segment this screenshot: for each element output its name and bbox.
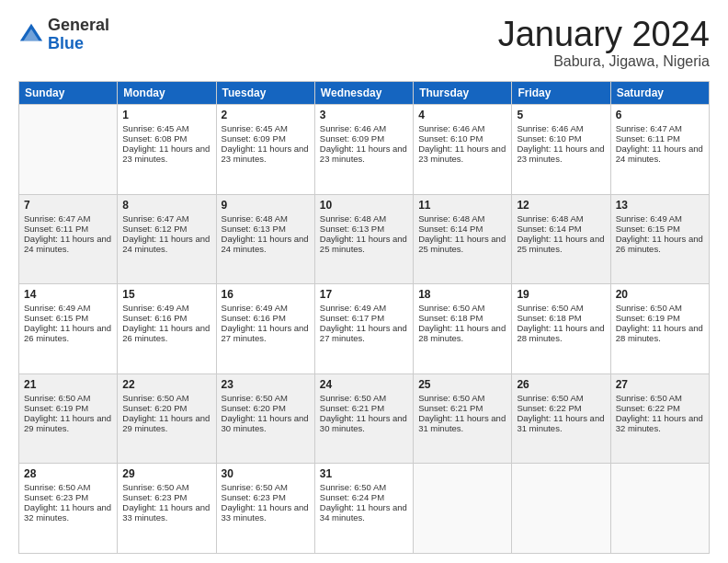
day-number: 12 (517, 199, 605, 212)
calendar-cell: 20Sunrise: 6:50 AMSunset: 6:19 PMDayligh… (610, 284, 709, 374)
daylight-text: Daylight: 11 hours and 31 minutes. (418, 413, 506, 433)
calendar-cell: 26Sunrise: 6:50 AMSunset: 6:22 PMDayligh… (512, 373, 610, 464)
col-header-wednesday: Wednesday (314, 82, 413, 105)
sunrise-text: Sunrise: 6:48 AM (222, 213, 310, 224)
daylight-text: Daylight: 11 hours and 31 minutes. (517, 413, 605, 433)
day-number: 31 (320, 467, 408, 480)
day-number: 17 (320, 288, 408, 301)
page: General Blue January 2024 Babura, Jigawa… (0, 0, 728, 563)
calendar-cell (19, 105, 118, 195)
calendar-cell: 11Sunrise: 6:48 AMSunset: 6:14 PMDayligh… (414, 194, 512, 284)
daylight-text: Daylight: 11 hours and 32 minutes. (616, 413, 704, 433)
daylight-text: Daylight: 11 hours and 28 minutes. (517, 323, 605, 343)
daylight-text: Daylight: 11 hours and 26 minutes. (122, 323, 210, 343)
sunset-text: Sunset: 6:20 PM (222, 403, 310, 413)
day-number: 8 (122, 199, 210, 212)
day-number: 16 (222, 288, 310, 301)
sunrise-text: Sunrise: 6:48 AM (320, 213, 408, 224)
sunrise-text: Sunrise: 6:50 AM (24, 393, 112, 403)
calendar-cell: 14Sunrise: 6:49 AMSunset: 6:15 PMDayligh… (19, 284, 118, 374)
daylight-text: Daylight: 11 hours and 26 minutes. (24, 323, 112, 343)
daylight-text: Daylight: 11 hours and 25 minutes. (517, 234, 605, 254)
sunrise-text: Sunrise: 6:47 AM (24, 213, 112, 224)
sunrise-text: Sunrise: 6:50 AM (418, 393, 506, 403)
day-number: 11 (418, 199, 506, 212)
calendar-cell: 6Sunrise: 6:47 AMSunset: 6:11 PMDaylight… (610, 105, 709, 195)
calendar-cell: 29Sunrise: 6:50 AMSunset: 6:23 PMDayligh… (118, 464, 216, 554)
calendar-cell: 18Sunrise: 6:50 AMSunset: 6:18 PMDayligh… (414, 284, 512, 374)
calendar-cell: 5Sunrise: 6:46 AMSunset: 6:10 PMDaylight… (512, 105, 610, 195)
sunrise-text: Sunrise: 6:49 AM (24, 303, 112, 313)
sunrise-text: Sunrise: 6:49 AM (616, 213, 704, 224)
sunset-text: Sunset: 6:16 PM (222, 313, 310, 323)
logo: General Blue (18, 17, 109, 53)
sunrise-text: Sunrise: 6:46 AM (418, 123, 506, 133)
sunrise-text: Sunrise: 6:47 AM (122, 213, 210, 224)
day-number: 5 (517, 109, 605, 121)
day-number: 1 (122, 109, 210, 121)
calendar-cell (414, 464, 512, 554)
calendar-cell (610, 464, 709, 554)
sunrise-text: Sunrise: 6:49 AM (222, 303, 310, 313)
calendar-cell: 25Sunrise: 6:50 AMSunset: 6:21 PMDayligh… (414, 373, 512, 464)
day-number: 21 (24, 378, 112, 391)
sunset-text: Sunset: 6:23 PM (24, 492, 112, 502)
location: Babura, Jigawa, Nigeria (498, 53, 710, 70)
sunrise-text: Sunrise: 6:50 AM (517, 393, 605, 403)
sunrise-text: Sunrise: 6:49 AM (320, 303, 408, 313)
calendar-cell: 24Sunrise: 6:50 AMSunset: 6:21 PMDayligh… (314, 373, 413, 464)
calendar-cell: 1Sunrise: 6:45 AMSunset: 6:08 PMDaylight… (118, 105, 216, 195)
sunrise-text: Sunrise: 6:50 AM (320, 482, 408, 492)
calendar-cell: 10Sunrise: 6:48 AMSunset: 6:13 PMDayligh… (314, 194, 413, 284)
sunset-text: Sunset: 6:11 PM (24, 224, 112, 234)
daylight-text: Daylight: 11 hours and 28 minutes. (616, 323, 704, 343)
day-number: 26 (517, 378, 605, 391)
sunset-text: Sunset: 6:23 PM (122, 492, 210, 502)
col-header-saturday: Saturday (610, 82, 709, 105)
sunset-text: Sunset: 6:14 PM (517, 224, 605, 234)
daylight-text: Daylight: 11 hours and 27 minutes. (222, 323, 310, 343)
day-number: 3 (320, 109, 408, 121)
sunset-text: Sunset: 6:22 PM (616, 403, 704, 413)
sunset-text: Sunset: 6:10 PM (418, 133, 506, 144)
sunset-text: Sunset: 6:21 PM (418, 403, 506, 413)
calendar-cell: 8Sunrise: 6:47 AMSunset: 6:12 PMDaylight… (118, 194, 216, 284)
sunrise-text: Sunrise: 6:45 AM (122, 123, 210, 133)
calendar-week-row: 21Sunrise: 6:50 AMSunset: 6:19 PMDayligh… (19, 373, 710, 464)
day-number: 22 (122, 378, 210, 391)
sunset-text: Sunset: 6:09 PM (222, 133, 310, 144)
sunset-text: Sunset: 6:19 PM (616, 313, 704, 323)
sunrise-text: Sunrise: 6:49 AM (122, 303, 210, 313)
sunset-text: Sunset: 6:20 PM (122, 403, 210, 413)
sunrise-text: Sunrise: 6:50 AM (517, 303, 605, 313)
calendar-cell: 7Sunrise: 6:47 AMSunset: 6:11 PMDaylight… (19, 194, 118, 284)
title-block: January 2024 Babura, Jigawa, Nigeria (498, 17, 710, 70)
sunset-text: Sunset: 6:13 PM (222, 224, 310, 234)
calendar-header-row: SundayMondayTuesdayWednesdayThursdayFrid… (19, 82, 710, 105)
day-number: 27 (616, 378, 704, 391)
sunset-text: Sunset: 6:19 PM (24, 403, 112, 413)
daylight-text: Daylight: 11 hours and 23 minutes. (222, 144, 310, 164)
calendar-cell: 12Sunrise: 6:48 AMSunset: 6:14 PMDayligh… (512, 194, 610, 284)
calendar-cell: 28Sunrise: 6:50 AMSunset: 6:23 PMDayligh… (19, 464, 118, 554)
calendar-cell: 4Sunrise: 6:46 AMSunset: 6:10 PMDaylight… (414, 105, 512, 195)
daylight-text: Daylight: 11 hours and 28 minutes. (418, 323, 506, 343)
daylight-text: Daylight: 11 hours and 24 minutes. (122, 234, 210, 254)
logo-blue: Blue (48, 34, 84, 52)
col-header-friday: Friday (512, 82, 610, 105)
sunset-text: Sunset: 6:11 PM (616, 133, 704, 144)
sunset-text: Sunset: 6:16 PM (122, 313, 210, 323)
calendar-cell: 27Sunrise: 6:50 AMSunset: 6:22 PMDayligh… (610, 373, 709, 464)
day-number: 10 (320, 199, 408, 212)
sunset-text: Sunset: 6:15 PM (24, 313, 112, 323)
sunrise-text: Sunrise: 6:50 AM (222, 393, 310, 403)
day-number: 4 (418, 109, 506, 121)
calendar-week-row: 14Sunrise: 6:49 AMSunset: 6:15 PMDayligh… (19, 284, 710, 374)
month-title: January 2024 (498, 17, 710, 52)
sunset-text: Sunset: 6:21 PM (320, 403, 408, 413)
sunset-text: Sunset: 6:17 PM (320, 313, 408, 323)
daylight-text: Daylight: 11 hours and 23 minutes. (517, 144, 605, 164)
calendar-cell: 2Sunrise: 6:45 AMSunset: 6:09 PMDaylight… (216, 105, 314, 195)
sunset-text: Sunset: 6:18 PM (418, 313, 506, 323)
sunrise-text: Sunrise: 6:50 AM (320, 393, 408, 403)
